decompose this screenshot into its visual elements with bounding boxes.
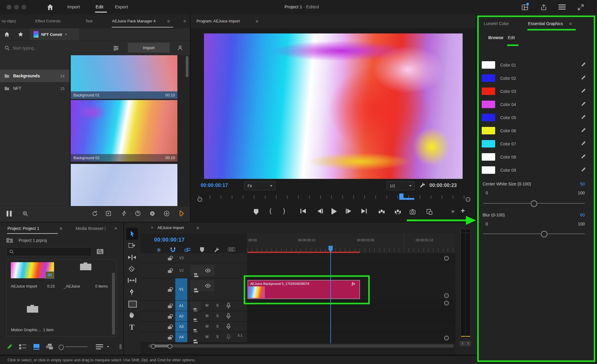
pause-icon[interactable] [7,211,12,216]
add-marker-icon[interactable] [200,247,204,252]
lock-icon[interactable] [168,314,172,319]
source-patch-icon[interactable] [194,273,199,277]
snap-magnet-icon[interactable] [170,247,176,253]
tab-aejuice-pack-manager[interactable]: AEJuice Pack Manager 4 [112,19,156,23]
category-nft[interactable]: NFT 15 [0,82,69,95]
project-search-box[interactable] [6,247,92,256]
bin-item-label[interactable]: _AEJuice [64,284,80,288]
share-button[interactable] [540,4,547,11]
mute-button[interactable]: M [205,324,208,328]
settings-gear-icon[interactable] [149,210,156,217]
bin-item-label[interactable]: AEJuice Import [11,284,37,288]
play-button[interactable] [332,208,337,215]
window-zoom-button[interactable] [22,5,26,10]
lock-icon[interactable] [168,304,172,308]
timeline-tab-menu-icon[interactable]: ≡ [197,225,199,230]
source-patch-icon[interactable] [194,288,199,292]
preview-player-icon[interactable] [105,210,112,217]
mark-in-button[interactable]: { [269,207,271,214]
program-mini-ruler[interactable] [199,193,468,201]
program-tab[interactable]: Program: AEJuice Import [197,19,240,23]
aejuice-pack-tab-close-icon[interactable]: × [65,32,67,37]
voiceover-mic-icon[interactable] [226,323,231,330]
timeline-tab[interactable]: AEJuice Import [157,225,184,230]
aejuice-tab-menu-icon[interactable]: ≡ [167,19,170,24]
track-resize-handle[interactable] [444,336,449,340]
lock-icon[interactable] [168,325,172,329]
selection-tool[interactable] [126,228,138,240]
track-target-badge[interactable]: A2 [175,311,187,321]
navigate-up-icon[interactable] [6,237,13,243]
transport-overflow-icon[interactable]: » [451,208,455,214]
type-tool[interactable]: T [129,323,134,332]
timeline-settings-wrench-icon[interactable] [214,247,220,253]
freeform-view-icon[interactable] [45,343,54,350]
ripple-edit-tool[interactable] [128,254,136,261]
menu-import[interactable]: Import [67,4,80,9]
add-marker-button[interactable] [254,209,258,215]
program-tab-menu-icon[interactable]: ≡ [256,19,258,24]
tab-no-clips[interactable]: no clips) [1,19,16,23]
scrollbar-right-knob[interactable] [168,344,172,349]
project-tab-menu-icon[interactable]: ≡ [60,226,62,231]
filter-icon[interactable] [113,45,119,51]
find-in-bin-icon[interactable] [96,248,104,255]
track-a2[interactable]: A2 M S [140,311,455,322]
tab-text[interactable]: Text [85,19,93,23]
download-icon[interactable] [163,210,170,217]
razor-tool[interactable] [128,265,135,273]
mute-button[interactable]: M [205,303,208,308]
lock-icon[interactable] [168,256,172,260]
icon-view-icon[interactable] [33,343,40,350]
go-to-in-button[interactable] [300,209,306,214]
solo-button[interactable]: S [216,303,219,308]
list-view-icon[interactable] [19,344,27,350]
track-select-forward-tool[interactable] [128,242,136,249]
track-target-badge[interactable]: A1 [175,301,187,311]
scrollbar-left-knob[interactable] [151,344,156,349]
zoom-slider-knob[interactable] [59,345,64,350]
source-patch-icon[interactable] [194,340,198,343]
program-current-timecode[interactable]: 00:00:00:17 [201,183,228,188]
rectangle-tool[interactable] [128,301,137,308]
workspace-button[interactable] [521,4,529,11]
solo-button[interactable]: S [216,324,219,328]
bin-scrollbar[interactable] [112,273,115,335]
go-to-out-button[interactable] [361,209,367,214]
sort-icon[interactable] [96,344,103,350]
menu-edit[interactable]: Edit [96,4,103,9]
track-a4[interactable]: A4 M S 5.1 [140,332,455,343]
track-target-badge[interactable]: A3 [175,322,187,332]
track-visibility-eye-icon[interactable] [205,268,211,274]
aejuice-search-input[interactable] [12,44,103,53]
preset-background-03-partial[interactable] [71,164,177,206]
thumbnail-scrollbar[interactable] [186,56,188,77]
track-target-badge[interactable]: V1 [175,278,187,300]
help-icon[interactable] [135,210,141,216]
solo-button[interactable]: S [216,335,219,339]
step-back-button[interactable] [317,209,323,214]
lock-icon[interactable] [168,268,172,273]
ruler-left-handle[interactable] [197,197,202,202]
track-resize-handle[interactable] [444,256,449,261]
lock-icon[interactable] [168,335,172,340]
home-button[interactable] [46,3,54,11]
project-tabs-overflow-icon[interactable]: » [114,225,117,231]
meter-solo-right-button[interactable]: S [466,341,471,346]
track-v3[interactable]: V3 [140,253,455,263]
timeline-horizontal-scrollbar[interactable] [148,344,454,348]
chevron-down-icon[interactable] [107,346,109,348]
lightning-icon[interactable] [121,210,128,216]
timeline-tab-close-icon[interactable]: × [151,225,153,230]
nest-toggle-icon[interactable] [156,247,162,253]
voiceover-mic-icon[interactable] [226,302,231,309]
timeline-current-timecode[interactable]: 00:00:00:17 [154,237,185,243]
lift-button[interactable] [378,208,385,215]
tab-media-browser[interactable]: Media Browser [76,226,103,231]
playback-resolution-dropdown[interactable]: 1/2 [386,181,415,190]
pen-tool[interactable] [128,288,135,296]
slip-tool[interactable] [128,277,136,283]
window-minimize-button[interactable] [14,5,19,10]
window-close-button[interactable] [7,5,11,10]
refresh-icon[interactable] [91,210,98,217]
